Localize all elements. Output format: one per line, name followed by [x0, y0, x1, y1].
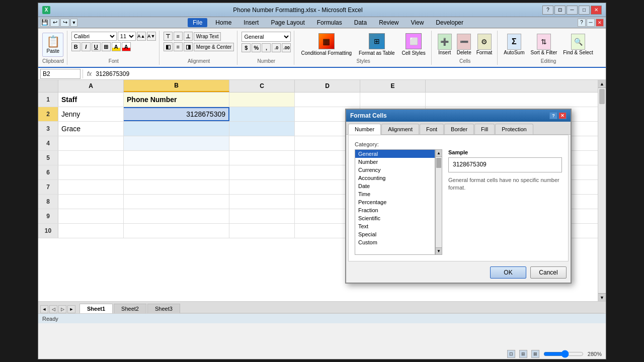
row-num-6[interactable]: 6	[38, 165, 58, 179]
row-num-3[interactable]: 3	[38, 122, 58, 136]
cat-scroll-down[interactable]: ▼	[436, 247, 442, 254]
last-sheet-btn[interactable]: ►	[67, 305, 75, 313]
menu-review[interactable]: Review	[375, 18, 403, 27]
cell-c1[interactable]	[229, 93, 295, 107]
sort-filter-btn[interactable]: ⇅ Sort & Filter	[529, 33, 559, 56]
cat-scroll-track[interactable]	[436, 157, 442, 247]
align-middle-btn[interactable]: ≡	[174, 32, 183, 41]
cell-b6[interactable]	[124, 165, 229, 179]
menu-page-layout[interactable]: Page Layout	[267, 18, 308, 27]
tab-font[interactable]: Font	[420, 124, 444, 134]
tab-alignment[interactable]: Alignment	[381, 124, 419, 134]
cell-b2[interactable]: 3128675309	[124, 107, 229, 121]
ribbon-close-btn[interactable]: ✕	[596, 19, 604, 27]
cat-general[interactable]: General	[355, 150, 435, 158]
cell-c9[interactable]	[229, 209, 295, 223]
cell-a10[interactable]	[58, 224, 124, 238]
italic-button[interactable]: I	[82, 42, 91, 51]
cell-c2[interactable]	[229, 107, 295, 121]
decrease-font-btn[interactable]: A▼	[147, 32, 156, 41]
align-left-btn[interactable]: ◧	[164, 42, 173, 51]
cell-c7[interactable]	[229, 180, 295, 194]
redo-quick-btn[interactable]: ↪	[60, 19, 69, 27]
menu-developer[interactable]: Developer	[432, 18, 467, 27]
paste-button[interactable]: 📋 Paste	[42, 33, 63, 57]
bold-button[interactable]: B	[71, 42, 80, 51]
cell-a7[interactable]	[58, 180, 124, 194]
help-btn[interactable]: ?	[542, 6, 553, 15]
cat-text[interactable]: Text	[355, 222, 435, 230]
vertical-scrollbar[interactable]: ▲ ▼	[598, 80, 606, 301]
scroll-down-btn[interactable]: ▼	[598, 293, 606, 301]
col-header-c[interactable]: C	[229, 80, 295, 92]
row-num-1[interactable]: 1	[38, 93, 58, 107]
ribbon-resize-btn[interactable]: ─	[587, 19, 595, 27]
sheet-tab-1[interactable]: Sheet1	[79, 304, 113, 313]
format-as-table-btn[interactable]: ⊞ Format as Table	[356, 32, 397, 57]
sheet-tab-2[interactable]: Sheet2	[114, 304, 146, 313]
row-num-2[interactable]: 2	[38, 107, 58, 121]
close-btn[interactable]: ✕	[591, 6, 602, 15]
prev-sheet-btn2[interactable]: ◁	[49, 305, 57, 313]
dialog-close-btn[interactable]: ✕	[558, 112, 567, 119]
prev-sheet-btn[interactable]: ◄	[40, 305, 48, 313]
borders-button[interactable]: ⊞	[102, 42, 111, 51]
cat-currency[interactable]: Currency	[355, 166, 435, 174]
formula-input[interactable]	[96, 69, 604, 79]
menu-view[interactable]: View	[407, 18, 428, 27]
autosum-btn[interactable]: Σ AutoSum	[502, 33, 526, 56]
cell-a3[interactable]: Grace	[58, 122, 124, 136]
zoom-slider[interactable]	[543, 351, 584, 357]
cat-percentage[interactable]: Percentage	[355, 198, 435, 206]
cell-a8[interactable]	[58, 195, 124, 209]
increase-font-btn[interactable]: A▲	[137, 32, 146, 41]
cell-b7[interactable]	[124, 180, 229, 194]
col-header-b[interactable]: B	[124, 80, 229, 92]
cell-d1[interactable]	[295, 93, 360, 107]
insert-btn[interactable]: ➕ Insert	[436, 33, 454, 56]
view-normal-btn[interactable]: ⊡	[507, 350, 515, 358]
font-name-select[interactable]: Calibri	[71, 32, 117, 41]
cell-b1[interactable]: Phone Number	[124, 93, 229, 107]
row-num-4[interactable]: 4	[38, 136, 58, 150]
cell-c4[interactable]	[229, 136, 295, 150]
menu-data[interactable]: Data	[350, 18, 371, 27]
tab-number[interactable]: Number	[348, 124, 381, 135]
comma-btn[interactable]: ,	[262, 43, 271, 52]
save-quick-btn[interactable]: 💾	[40, 19, 49, 27]
qa-dropdown-btn[interactable]: ▼	[70, 19, 77, 27]
cell-b4[interactable]	[124, 136, 229, 150]
cell-b8[interactable]	[124, 195, 229, 209]
find-select-btn[interactable]: 🔍 Find & Select	[561, 33, 595, 56]
ok-button[interactable]: OK	[490, 266, 526, 279]
cat-date[interactable]: Date	[355, 182, 435, 190]
cell-a5[interactable]	[58, 151, 124, 165]
delete-btn[interactable]: ➖ Delete	[455, 33, 473, 56]
maximize-btn[interactable]: □	[579, 6, 590, 15]
tab-fill[interactable]: Fill	[474, 124, 495, 134]
dollar-btn[interactable]: $	[242, 43, 251, 52]
ribbon-help-btn[interactable]: ?	[578, 19, 586, 27]
cat-scroll-thumb[interactable]	[436, 158, 441, 168]
col-header-e[interactable]: E	[360, 80, 426, 92]
cell-a2[interactable]: Jenny	[58, 107, 124, 121]
cell-e1[interactable]	[360, 93, 426, 107]
view-preview-btn[interactable]: ⊠	[531, 350, 539, 358]
align-bottom-btn[interactable]: ⊥	[184, 32, 193, 41]
row-num-8[interactable]: 8	[38, 195, 58, 209]
tab-protection[interactable]: Protection	[495, 124, 533, 134]
cell-c10[interactable]	[229, 224, 295, 238]
dialog-help-btn[interactable]: ?	[549, 112, 557, 119]
minimize-btn[interactable]: ─	[567, 6, 578, 15]
cell-b10[interactable]	[124, 224, 229, 238]
percent-btn[interactable]: %	[252, 43, 261, 52]
row-num-9[interactable]: 9	[38, 209, 58, 223]
cell-b3[interactable]	[124, 122, 229, 136]
align-center-btn[interactable]: ≡	[174, 42, 183, 51]
cell-a6[interactable]	[58, 165, 124, 179]
scroll-thumb[interactable]	[599, 89, 605, 104]
tab-border[interactable]: Border	[444, 124, 474, 134]
cell-styles-btn[interactable]: ⬜ Cell Styles	[399, 32, 428, 57]
decrease-decimal-btn[interactable]: .0	[272, 43, 281, 52]
row-num-10[interactable]: 10	[38, 224, 58, 238]
